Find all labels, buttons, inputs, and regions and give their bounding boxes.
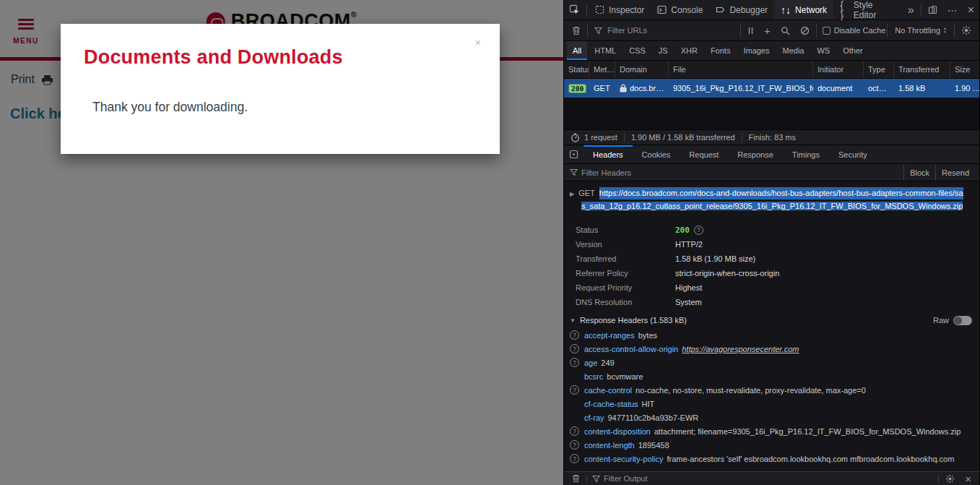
- more-tabs-icon[interactable]: »: [903, 0, 919, 20]
- column-domain[interactable]: Domain: [615, 61, 669, 78]
- status-code-value: 200: [675, 226, 690, 235]
- detail-tab-headers[interactable]: Headers: [584, 145, 633, 163]
- trash-icon: [572, 474, 580, 483]
- filter-headers-input[interactable]: [581, 168, 903, 177]
- column-transferred[interactable]: Transferred: [894, 61, 950, 78]
- detail-tab-response[interactable]: Response: [728, 145, 783, 163]
- column-method[interactable]: Met…: [589, 61, 615, 78]
- filter-css[interactable]: CSS: [623, 41, 651, 60]
- filter-media[interactable]: Media: [776, 41, 810, 60]
- separator: [954, 23, 955, 38]
- response-headers-title: Response Headers (1.583 kB): [580, 316, 687, 325]
- modal-close-icon[interactable]: ×: [474, 37, 481, 48]
- request-method-cell: GET: [589, 79, 615, 98]
- tab-style-editor[interactable]: { } Style Editor: [833, 0, 903, 20]
- tab-debugger[interactable]: Debugger: [709, 0, 774, 20]
- transfer-summary: 1.90 MB / 1.58 kB transferred: [625, 133, 742, 142]
- status-badge: 200: [568, 84, 586, 93]
- help-icon[interactable]: ?: [570, 440, 579, 450]
- twisty-expanded-icon[interactable]: ▼: [570, 317, 576, 324]
- column-initiator[interactable]: Initiator: [813, 61, 864, 78]
- filter-other[interactable]: Other: [837, 41, 869, 60]
- detail-tab-timings[interactable]: Timings: [783, 145, 829, 163]
- devtools-tabbar: Inspector Console Debugger ↑↓ Network { …: [564, 0, 979, 20]
- block-url-button[interactable]: Block: [903, 164, 935, 181]
- header-row: ? cache-control no-cache, no-store, must…: [564, 383, 979, 397]
- header-row: ? age 249: [564, 356, 979, 369]
- select-arrows-icon: ▲▼: [943, 27, 947, 34]
- help-icon[interactable]: ?: [570, 344, 579, 353]
- pause-icon[interactable]: [742, 27, 759, 35]
- gear-icon: [945, 474, 955, 484]
- tab-console[interactable]: Console: [651, 0, 709, 20]
- help-icon[interactable]: ?: [570, 426, 579, 436]
- disable-cache-checkbox[interactable]: [823, 27, 831, 35]
- help-icon[interactable]: ?: [570, 385, 579, 395]
- separator: [586, 475, 587, 482]
- network-summary-bar: 1 request 1.90 MB / 1.58 kB transferred …: [564, 129, 979, 145]
- meatball-menu-icon[interactable]: ⋯: [942, 0, 963, 20]
- header-value-link[interactable]: https://avagoresponsecenter.com: [682, 345, 799, 353]
- request-table-header: Status Met… Domain File Initiator Type T…: [564, 61, 979, 79]
- filter-funnel-icon: [568, 168, 581, 176]
- screen: MENU BROADCOM® Print Click he Documents …: [0, 0, 980, 485]
- element-picker-button[interactable]: [564, 0, 585, 20]
- twisty-collapsed-icon[interactable]: ▶: [570, 188, 574, 200]
- panel-toggle-icon[interactable]: [564, 145, 584, 163]
- console-settings-button[interactable]: [940, 474, 960, 484]
- filter-all[interactable]: All: [567, 41, 587, 60]
- column-type[interactable]: Type: [864, 61, 894, 78]
- filter-xhr[interactable]: XHR: [675, 41, 703, 60]
- network-toolbar: + Disable Cache No Throttling ▲▼: [564, 20, 979, 41]
- request-count: 1 request: [584, 133, 617, 142]
- split-console-bar: ×: [564, 471, 979, 485]
- request-size-cell: 1.90 …: [950, 79, 979, 98]
- tab-network[interactable]: ↑↓ Network: [774, 0, 833, 20]
- column-size[interactable]: Size: [950, 61, 979, 78]
- separator: [938, 475, 939, 482]
- header-row: ? access-control-allow-origin https://av…: [564, 342, 979, 356]
- throttling-select[interactable]: No Throttling ▲▼: [889, 26, 953, 35]
- clear-requests-button[interactable]: [567, 26, 586, 35]
- clear-output-button[interactable]: [567, 474, 585, 483]
- raw-toggle[interactable]: [953, 316, 972, 325]
- request-url-line2: s_sata_12g_p16.12_cutlass_point_release/…: [581, 202, 963, 210]
- trash-icon: [572, 26, 581, 35]
- request-filter-bar: All HTML CSS JS XHR Fonts Images Media W…: [564, 41, 979, 61]
- add-request-icon[interactable]: +: [759, 25, 776, 36]
- detail-tab-request[interactable]: Request: [680, 145, 728, 163]
- column-file[interactable]: File: [669, 61, 813, 78]
- modal-body-text: Thank you for downloading.: [92, 100, 248, 115]
- filter-ws[interactable]: WS: [811, 41, 836, 60]
- filter-js[interactable]: JS: [653, 41, 674, 60]
- detail-tab-cookies[interactable]: Cookies: [633, 145, 680, 163]
- close-split-console-icon[interactable]: ×: [960, 473, 976, 484]
- block-icon[interactable]: [795, 26, 815, 35]
- help-icon[interactable]: ?: [570, 358, 579, 367]
- filter-images[interactable]: Images: [737, 41, 775, 60]
- headers-filter-bar: Block Resend: [564, 163, 979, 181]
- filter-output-input[interactable]: [604, 474, 937, 483]
- raw-toggle-knob: [954, 317, 962, 325]
- request-row[interactable]: 200 GET docs.br… 9305_16i_Pkg_P16.12_IT_…: [564, 79, 979, 98]
- detail-tab-security[interactable]: Security: [829, 145, 877, 163]
- header-row: ? accept-ranges bytes: [564, 328, 979, 342]
- filter-urls-input[interactable]: [607, 26, 739, 35]
- column-status[interactable]: Status: [564, 61, 589, 78]
- responsive-mode-icon[interactable]: [923, 0, 942, 20]
- network-settings-button[interactable]: [956, 25, 976, 35]
- help-icon[interactable]: ?: [570, 454, 579, 463]
- response-headers-section-header[interactable]: ▼ Response Headers (1.583 kB) Raw: [564, 312, 979, 328]
- resend-button[interactable]: Resend: [935, 164, 975, 181]
- disable-cache-control[interactable]: Disable Cache: [818, 26, 886, 35]
- search-icon[interactable]: [776, 26, 795, 35]
- lock-icon: [620, 84, 627, 93]
- help-icon[interactable]: ?: [570, 330, 579, 340]
- network-icon: ↑↓: [781, 5, 791, 15]
- help-icon[interactable]: ?: [694, 226, 703, 235]
- filter-fonts[interactable]: Fonts: [705, 41, 737, 60]
- element-picker-icon: [569, 4, 580, 15]
- devtools-close-icon[interactable]: ×: [963, 0, 979, 20]
- filter-html[interactable]: HTML: [589, 41, 622, 60]
- tab-inspector[interactable]: Inspector: [589, 0, 651, 20]
